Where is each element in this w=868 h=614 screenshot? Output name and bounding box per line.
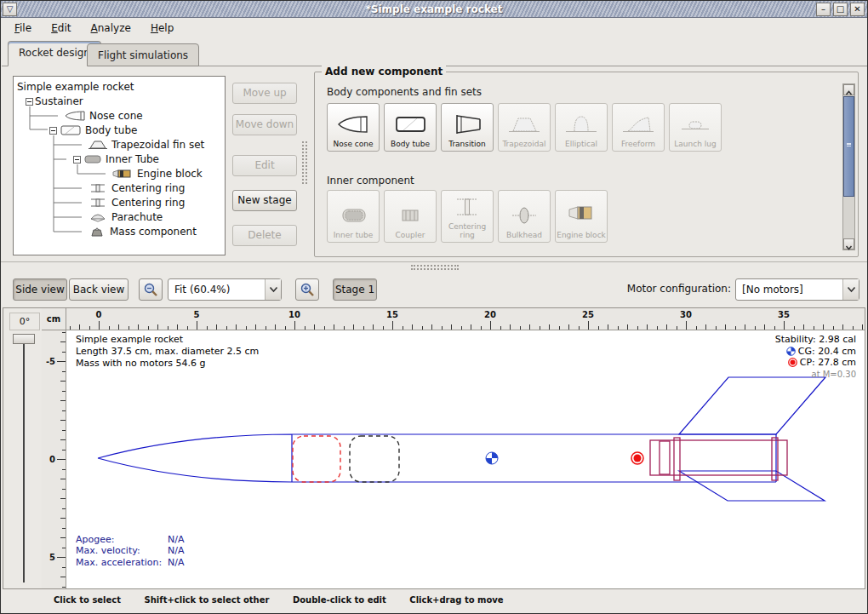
scroll-up-button[interactable] (843, 84, 854, 95)
add-launch-lug-button[interactable]: Launch lug (669, 103, 722, 152)
add-coupler-button[interactable]: Coupler (384, 190, 437, 243)
ruler-tick (157, 324, 158, 330)
tree-item-nose-cone[interactable]: Nose cone (61, 109, 143, 123)
add-elliptical-fin-button[interactable]: Elliptical (555, 103, 608, 152)
ruler-tick (62, 391, 66, 392)
add-body-tube-button[interactable]: Body tube (384, 103, 437, 152)
rocket-canvas[interactable]: Simple example rocket Length 37.5 cm, ma… (66, 330, 865, 588)
ruler-tick (57, 361, 66, 362)
add-bulkhead-button[interactable]: Bulkhead (498, 190, 551, 243)
add-freeform-fin-button[interactable]: Freeform (612, 103, 665, 152)
zoom-level-value: Fit (60.4%) (174, 284, 230, 296)
ruler-tick (334, 324, 334, 330)
scroll-down-button[interactable] (843, 238, 854, 250)
motor-configuration-value: [No motors] (742, 284, 803, 296)
add-trapezoidal-fin-button[interactable]: Trapezoidal (498, 103, 551, 152)
tree-item-parachute[interactable]: Parachute (85, 210, 163, 224)
ruler-tick (60, 537, 66, 538)
ruler-tick (70, 326, 71, 330)
ruler-tick (226, 326, 227, 330)
new-stage-button[interactable]: New stage (232, 190, 297, 211)
minimize-button[interactable]: – (816, 3, 831, 16)
window-menu-icon: ▽ (7, 4, 14, 14)
add-centering-ring-button[interactable]: Centering ring (441, 190, 494, 243)
ruler-label: 15 (386, 310, 398, 319)
close-button[interactable]: ✕ (850, 3, 865, 16)
minimize-icon: – (821, 4, 825, 14)
ruler-tick (735, 326, 736, 330)
menu-edit[interactable]: Edit (43, 19, 78, 37)
zoom-out-button[interactable] (139, 278, 163, 301)
cg-marker (486, 452, 498, 464)
nose-cone-icon (65, 111, 85, 121)
menu-file[interactable]: File (7, 19, 39, 37)
ruler-tick (842, 324, 843, 330)
zoom-level-combo[interactable]: Fit (60.4%) (168, 278, 282, 301)
tree-item-sustainer[interactable]: Sustainer (26, 95, 83, 108)
ruler-tick (353, 324, 354, 330)
ruler-tick (89, 326, 90, 330)
tree-item-trapezoidal-fin-set[interactable]: Trapezoidal fin set (85, 138, 204, 152)
horizontal-splitter[interactable] (1, 261, 868, 272)
cg-readout: CG: 20.4 cm (775, 346, 856, 358)
ruler-tick (324, 326, 325, 330)
ruler-tick (60, 381, 66, 382)
side-view-button[interactable]: Side view (13, 278, 67, 301)
move-up-button[interactable]: Move up (232, 83, 297, 104)
ruler-tick (784, 321, 785, 330)
edit-button[interactable]: Edit (232, 155, 297, 176)
splitter-handle[interactable] (411, 265, 459, 270)
add-nose-cone-button[interactable]: Nose cone (327, 103, 380, 152)
back-view-button[interactable]: Back view (69, 278, 128, 301)
ruler-tick (559, 326, 560, 330)
ruler-tick (705, 324, 706, 330)
ruler-tick (579, 326, 580, 330)
ruler-tick (500, 326, 501, 330)
ruler-tick (588, 321, 589, 330)
ruler-tick (62, 469, 66, 470)
ruler-tick (833, 326, 834, 330)
tree-item-inner-tube[interactable]: Inner Tube (73, 152, 159, 166)
menu-help[interactable]: Help (143, 19, 181, 37)
scrollbar-thumb[interactable] (843, 96, 854, 197)
component-panel-scrollbar[interactable] (842, 83, 855, 250)
move-down-button[interactable]: Move down (232, 114, 297, 135)
expander-minus-icon[interactable] (49, 127, 57, 135)
tree-item-mass-component[interactable]: Mass component (85, 225, 197, 238)
tree-item-engine-block[interactable]: Engine block (109, 167, 203, 181)
tree-item-rocket[interactable]: Simple example rocket (17, 80, 134, 94)
scroll-down-icon (844, 243, 854, 252)
window-menu-button[interactable]: ▽ (3, 3, 17, 16)
expander-minus-icon[interactable] (73, 156, 81, 164)
max-velocity-label: Max. velocity: (76, 545, 168, 557)
rocket-dimensions: Length 37.5 cm, max. diameter 2.5 cm (76, 346, 259, 358)
stage-1-toggle[interactable]: Stage 1 (333, 278, 377, 301)
stability-value: Stability: 2.98 cal (775, 334, 856, 346)
rotation-slider-track[interactable] (23, 339, 25, 582)
hint-shift-click: Shift+click to select other (145, 595, 270, 605)
rocket-mass: Mass with no motors 54.6 g (76, 358, 259, 370)
tree-item-body-tube[interactable]: Body tube (49, 123, 137, 137)
ruler-label: 20 (484, 310, 496, 319)
delete-button[interactable]: Delete (232, 225, 297, 246)
vertical-splitter-handle[interactable] (302, 141, 307, 184)
menu-analyze[interactable]: Analyze (83, 19, 139, 37)
tree-item-centering-ring-2[interactable]: Centering ring (85, 196, 185, 209)
ruler-tick (305, 326, 306, 330)
ruler-tick (431, 324, 432, 330)
add-new-component-group: Add new component Body components and fi… (314, 72, 859, 257)
magnifier-minus-icon (143, 282, 158, 297)
ruler-tick (236, 324, 237, 330)
add-inner-tube-button[interactable]: Inner tube (327, 190, 380, 243)
add-engine-block-button[interactable]: Engine block (555, 190, 608, 243)
tab-flight-simulations[interactable]: Flight simulations (87, 43, 199, 66)
add-transition-button[interactable]: Transition (441, 103, 494, 152)
motor-configuration-combo[interactable]: [No motors] (735, 278, 859, 301)
tree-item-centering-ring-1[interactable]: Centering ring (85, 181, 185, 195)
expander-minus-icon[interactable] (26, 98, 33, 106)
rocket-info: Simple example rocket Length 37.5 cm, ma… (76, 334, 259, 370)
zoom-in-button[interactable] (295, 278, 319, 301)
maximize-button[interactable]: □ (833, 3, 848, 16)
ruler-tick (62, 548, 66, 548)
rotation-slider-handle[interactable] (13, 334, 35, 344)
